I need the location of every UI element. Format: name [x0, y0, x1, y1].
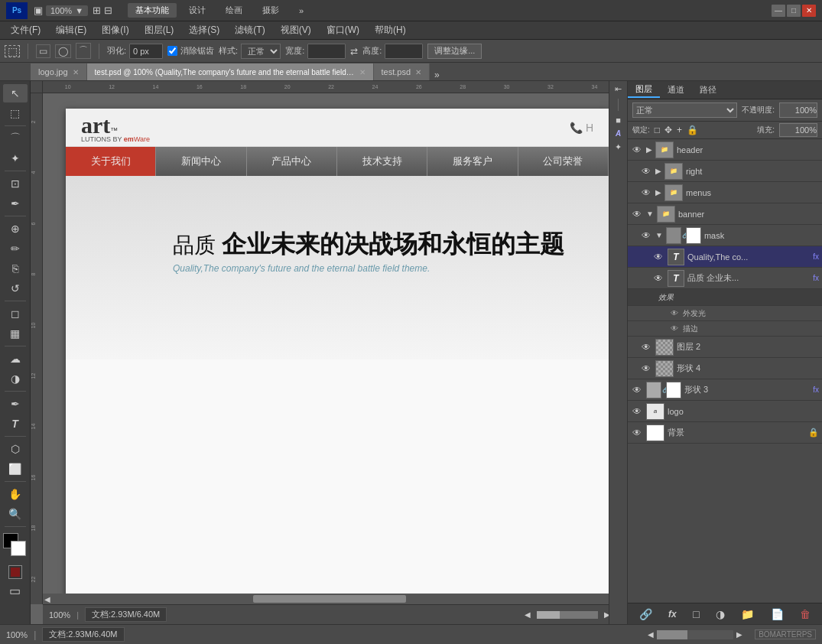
pen-tool[interactable]: ✒ — [3, 395, 28, 413]
horizontal-scrollbar[interactable]: ◀ ▶ — [43, 594, 616, 604]
menu-layer[interactable]: 图层(L) — [137, 22, 182, 38]
tab-logo[interactable]: logo.jpg ✕ — [31, 63, 87, 80]
ellipse-tool[interactable]: ◯ — [55, 44, 71, 58]
path-select-tool[interactable]: ⬡ — [3, 440, 28, 458]
crop-tool[interactable]: ⊡ — [3, 174, 28, 193]
type-tool[interactable]: T — [3, 415, 28, 433]
workspace-btn-photo[interactable]: 摄影 — [255, 3, 287, 18]
layer-logo[interactable]: 👁 a logo — [628, 401, 822, 422]
extras-icon[interactable]: ⊟ — [104, 5, 112, 16]
layer-header[interactable]: 👁 ▶ 📁 header — [628, 139, 822, 161]
status-nav-left[interactable]: ◀ — [648, 630, 654, 639]
eyedropper-tool[interactable]: ✒ — [3, 194, 28, 213]
hand-tool[interactable]: ✋ — [3, 485, 28, 503]
arrow-banner[interactable]: ▼ — [646, 210, 654, 218]
healing-tool[interactable]: ⊕ — [3, 220, 28, 238]
workspace-more[interactable]: » — [291, 5, 311, 17]
marquee-tool[interactable]: ⬚ — [3, 104, 28, 122]
link-layers-btn[interactable]: 🔗 — [639, 608, 652, 620]
hand-icon-strip[interactable]: ✦ — [615, 142, 622, 152]
tab-paths[interactable]: 路径 — [692, 83, 724, 97]
add-mask-btn[interactable]: □ — [693, 608, 699, 620]
nav-products[interactable]: 产品中心 — [247, 147, 337, 176]
arrow-header[interactable]: ▶ — [646, 145, 652, 154]
scroll-left-btn[interactable]: ◀ — [525, 610, 531, 619]
new-adjustment-btn[interactable]: ◑ — [716, 608, 725, 620]
layer-menus[interactable]: 👁 ▶ 📁 menus — [628, 182, 822, 203]
status-nav-right[interactable]: ▶ — [736, 630, 742, 639]
arrow-menus[interactable]: ▶ — [655, 188, 661, 197]
magic-wand-tool[interactable]: ✦ — [3, 149, 28, 168]
text-tool-strip[interactable]: A — [616, 129, 621, 138]
lock-icon-all[interactable]: 🔒 — [687, 125, 698, 135]
workspace-btn-design[interactable]: 设计 — [181, 3, 213, 18]
tab-test-main-close[interactable]: ✕ — [359, 68, 366, 76]
nav-honor[interactable]: 公司荣誉 — [518, 147, 609, 176]
delete-layer-btn[interactable]: 🗑 — [800, 608, 811, 620]
add-fx-btn[interactable]: fx — [668, 609, 677, 620]
layer-banner[interactable]: 👁 ▼ 📁 banner — [628, 203, 822, 225]
tab-test-psd[interactable]: test.psd ✕ — [374, 63, 430, 80]
lock-icon-paint[interactable]: + — [677, 125, 682, 135]
nav-about[interactable]: 关于我们 — [66, 147, 156, 176]
new-layer-btn[interactable]: 📄 — [771, 608, 784, 620]
tab-test-close[interactable]: ✕ — [415, 68, 421, 76]
tab-channels[interactable]: 通道 — [660, 83, 692, 97]
swap-icon[interactable]: ⇄ — [350, 46, 358, 57]
horizontal-scroll-thumb[interactable] — [253, 595, 406, 603]
menu-image[interactable]: 图像(I) — [94, 22, 136, 38]
style-select[interactable]: 正常 — [241, 44, 281, 59]
layout-icon[interactable]: ⊞ — [93, 5, 101, 16]
scroll-left-arrow[interactable]: ◀ — [43, 595, 52, 603]
tab-overflow[interactable]: » — [430, 70, 444, 80]
visibility-layer2[interactable]: 👁 — [640, 341, 652, 353]
layer-quality-text[interactable]: 👁 T Quality,The co... fx — [628, 246, 822, 268]
layer-right[interactable]: 👁 ▶ 📁 right — [628, 161, 822, 182]
eraser-tool[interactable]: ◻ — [3, 304, 28, 323]
blend-mode-select[interactable]: 正常 — [632, 102, 737, 118]
visibility-quality-text[interactable]: 👁 — [652, 251, 664, 263]
menu-edit[interactable]: 编辑(E) — [48, 22, 94, 38]
blur-tool[interactable]: ☁ — [3, 350, 28, 368]
brush-tool[interactable]: ✏ — [3, 239, 28, 258]
dodge-tool[interactable]: ◑ — [3, 369, 28, 388]
lock-icon-move[interactable]: ✥ — [664, 125, 672, 135]
nav-support[interactable]: 技术支持 — [337, 147, 427, 176]
tab-logo-close[interactable]: ✕ — [73, 68, 79, 76]
screen-mode-icon-tool[interactable]: ▭ — [9, 584, 21, 598]
width-input[interactable] — [307, 44, 346, 59]
visibility-menus[interactable]: 👁 — [640, 187, 652, 199]
visibility-banner[interactable]: 👁 — [631, 208, 643, 220]
menu-select[interactable]: 选择(S) — [181, 22, 227, 38]
minimize-button[interactable]: — — [772, 5, 785, 17]
zoom-display[interactable]: 100%▼ — [46, 5, 88, 16]
feather-input[interactable] — [129, 44, 163, 59]
workspace-btn-paint[interactable]: 绘画 — [218, 3, 250, 18]
visibility-mask[interactable]: 👁 — [640, 229, 652, 242]
adjust-edge-button[interactable]: 调整边缘... — [427, 44, 482, 59]
menu-window[interactable]: 窗口(W) — [319, 22, 367, 38]
visibility-header[interactable]: 👁 — [631, 144, 643, 156]
maximize-button[interactable]: □ — [787, 5, 801, 17]
visibility-shape3[interactable]: 👁 — [631, 384, 643, 396]
background-color[interactable] — [11, 541, 26, 556]
layer-shape4[interactable]: 👁 形状 4 — [628, 358, 822, 379]
workspace-btn-basic[interactable]: 基本功能 — [128, 3, 177, 18]
history-brush-tool[interactable]: ↺ — [3, 279, 28, 298]
menu-file[interactable]: 文件(F) — [3, 22, 48, 38]
visibility-shape4[interactable]: 👁 — [640, 363, 652, 375]
opacity-input[interactable] — [779, 102, 817, 118]
menu-view[interactable]: 视图(V) — [273, 22, 319, 38]
shape-tool[interactable]: ⬜ — [3, 460, 28, 478]
toggle-icon[interactable]: ⇤ — [615, 84, 622, 94]
canvas-document-wrapper[interactable]: art ™ LUTIONS BY emWare 📞 H 关于我们 新闻中心 产品… — [43, 93, 627, 604]
arrow-right[interactable]: ▶ — [655, 167, 661, 175]
visibility-background[interactable]: 👁 — [631, 427, 643, 439]
bottom-scroll-track[interactable] — [537, 611, 598, 619]
close-button[interactable]: ✕ — [802, 5, 816, 17]
layer-shape3[interactable]: 👁 🔗 形状 3 fx — [628, 379, 822, 401]
fill-input[interactable] — [779, 123, 817, 137]
lasso-tool[interactable]: ⌒ — [76, 43, 91, 59]
menu-filter[interactable]: 滤镜(T) — [227, 22, 272, 38]
new-group-btn[interactable]: 📁 — [741, 608, 754, 620]
